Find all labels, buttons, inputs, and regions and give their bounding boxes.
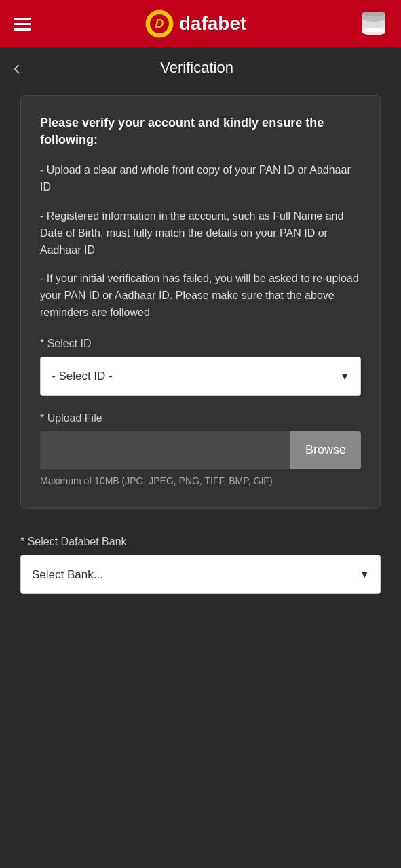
verify-item-1: - Upload a clear and whole front copy of… bbox=[40, 162, 361, 196]
bank-label: * Select Dafabet Bank bbox=[20, 536, 381, 548]
upload-file-display bbox=[40, 431, 290, 469]
nav-bar: ‹ Verification bbox=[0, 47, 401, 88]
bank-dropdown[interactable]: Select Bank... bbox=[21, 555, 380, 593]
upload-row: Browse bbox=[40, 431, 361, 469]
logo-text: dafabet bbox=[179, 13, 247, 35]
bottom-section: * Select Dafabet Bank Select Bank... ▼ bbox=[0, 536, 401, 608]
bank-select-wrapper: Select Bank... ▼ bbox=[20, 555, 381, 594]
verify-item-2: - Registered information in the account,… bbox=[40, 208, 361, 258]
dafabet-logo-icon: D bbox=[145, 9, 174, 38]
verify-item-3: - If your initial verification has faile… bbox=[40, 271, 361, 321]
logo: D dafabet bbox=[145, 9, 247, 38]
verification-card: Please verify your account and kindly en… bbox=[20, 95, 381, 509]
select-id-section: * Select ID - Select ID - PAN ID Aadhaar… bbox=[40, 338, 361, 396]
menu-button[interactable] bbox=[14, 18, 31, 31]
browse-button[interactable]: Browse bbox=[290, 431, 361, 469]
svg-text:D: D bbox=[155, 17, 164, 31]
coins-button[interactable] bbox=[360, 11, 387, 37]
back-button[interactable]: ‹ bbox=[14, 58, 20, 77]
select-id-label: * Select ID bbox=[40, 338, 361, 350]
upload-file-label: * Upload File bbox=[40, 412, 361, 425]
select-id-wrapper: - Select ID - PAN ID Aadhaar ID ▼ bbox=[40, 357, 361, 396]
upload-file-section: * Upload File Browse Maximum of 10MB (JP… bbox=[40, 412, 361, 488]
coins-icon bbox=[360, 12, 387, 36]
page-title: Verification bbox=[33, 59, 360, 77]
verify-heading: Please verify your account and kindly en… bbox=[40, 115, 361, 149]
upload-hint: Maximum of 10MB (JPG, JPEG, PNG, TIFF, B… bbox=[40, 475, 361, 488]
select-id-dropdown[interactable]: - Select ID - PAN ID Aadhaar ID bbox=[41, 357, 360, 395]
app-header: D dafabet bbox=[0, 0, 401, 47]
main-content: Please verify your account and kindly en… bbox=[0, 88, 401, 529]
